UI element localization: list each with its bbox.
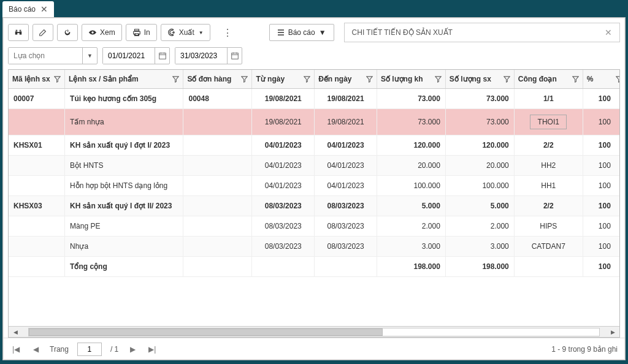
table-row[interactable]: Bột HNTS04/01/202304/01/202320.00020.000… — [9, 156, 619, 176]
cell-kh: 3.000 — [377, 237, 445, 257]
cell-tu: 19/08/2021 — [252, 109, 315, 135]
calendar-icon[interactable] — [155, 48, 169, 64]
cell-cd: HH2 — [514, 156, 583, 176]
cell-tu: 08/03/2023 — [252, 196, 315, 216]
cell-sx: 73.000 — [445, 89, 514, 109]
filter-icon[interactable] — [172, 76, 179, 83]
pager-page-input[interactable] — [77, 343, 102, 356]
filter-icon[interactable] — [366, 76, 373, 83]
cell-ma: KHSX01 — [9, 135, 65, 156]
table-row[interactable]: Nhựa08/03/202308/03/20233.0003.000CATDAN… — [9, 237, 619, 257]
filter-icon[interactable] — [241, 76, 248, 83]
table-row[interactable]: Hỗn hợp bột HNTS dạng lỏng04/01/202304/0… — [9, 176, 619, 196]
congdoan-value[interactable]: THOI1 — [530, 115, 567, 129]
cell-sx: 120.000 — [445, 135, 514, 156]
cell-den: 08/03/2023 — [315, 216, 377, 237]
refresh-icon — [63, 28, 72, 37]
filter-select-input[interactable] — [9, 48, 82, 64]
cell-cd: THOI1 — [514, 109, 583, 135]
cell-ma — [9, 257, 65, 277]
cell-den: 04/01/2023 — [315, 156, 377, 176]
column-header[interactable]: Số lượng kh — [377, 70, 445, 89]
cell-sx: 198.000 — [445, 257, 514, 277]
cell-pct: 100 — [583, 176, 619, 196]
binoculars-button[interactable] — [8, 24, 29, 41]
edit-button[interactable] — [33, 24, 53, 41]
cell-den: 04/01/2023 — [315, 176, 377, 196]
print-button[interactable]: In — [126, 24, 157, 41]
column-header[interactable]: Từ ngày — [252, 70, 315, 89]
tab-label: Báo cáo — [9, 5, 36, 13]
cell-don — [183, 156, 252, 176]
horizontal-scrollbar[interactable]: ◀ ▶ — [9, 326, 619, 337]
view-button[interactable]: Xem — [82, 24, 122, 41]
scroll-left-icon[interactable]: ◀ — [11, 328, 20, 336]
pager-first[interactable]: |◀ — [10, 345, 21, 354]
data-table: Mã lệnh sxLệnh sx / Sản phẩmSố đơn hàngT… — [9, 70, 619, 277]
cell-tu: 08/03/2023 — [252, 237, 315, 257]
pager-total: / 1 — [110, 345, 118, 354]
report-dropdown[interactable]: Báo cáo ▼ — [269, 24, 334, 41]
cell-don — [183, 216, 252, 237]
table-row[interactable]: KHSX03KH sản xuất quý I đợt II/ 202308/0… — [9, 196, 619, 216]
cell-ten: Tấm nhựa — [65, 109, 183, 135]
date-from[interactable] — [102, 47, 170, 64]
close-report-icon[interactable]: ✕ — [605, 28, 612, 37]
column-header[interactable]: Công đoạn — [514, 70, 583, 89]
table-row[interactable]: Màng PE08/03/202308/03/20232.0002.000HIP… — [9, 216, 619, 237]
cell-don — [183, 237, 252, 257]
cell-don: 00048 — [183, 89, 252, 109]
hamburger-icon — [277, 29, 285, 36]
filter-icon[interactable] — [54, 76, 61, 83]
cell-ma — [9, 176, 65, 196]
pager-summary: 1 - 9 trong 9 bản ghi — [551, 345, 618, 354]
cell-kh: 198.000 — [377, 257, 445, 277]
cell-pct: 100 — [583, 156, 619, 176]
svg-rect-0 — [159, 53, 166, 59]
column-header[interactable]: % — [583, 70, 619, 89]
cell-ten: Tổng cộng — [65, 257, 183, 277]
print-icon — [132, 28, 141, 37]
filter-icon[interactable] — [504, 76, 510, 83]
pager-prev[interactable]: ◀ — [30, 345, 41, 354]
table-row[interactable]: KHSX01KH sản xuất quý I đợt I/ 202304/01… — [9, 135, 619, 156]
cell-don — [183, 196, 252, 216]
column-header[interactable]: Đến ngày — [315, 70, 377, 89]
filter-select[interactable]: ▼ — [8, 47, 98, 64]
cell-sx: 100.000 — [445, 176, 514, 196]
cell-kh: 73.000 — [377, 89, 445, 109]
date-to[interactable] — [175, 47, 242, 64]
cell-den: 19/08/2021 — [315, 109, 377, 135]
pager-last[interactable]: ▶| — [147, 345, 158, 354]
cell-kh: 73.000 — [377, 109, 445, 135]
filter-icon[interactable] — [572, 76, 579, 83]
dropdown-toggle[interactable]: ▼ — [82, 48, 97, 64]
column-header[interactable]: Số lượng sx — [445, 70, 514, 89]
table-row[interactable]: Tấm nhựa19/08/202119/08/202173.00073.000… — [9, 109, 619, 135]
pager-next[interactable]: ▶ — [127, 345, 138, 354]
table-row[interactable]: Tổng cộng198.000198.000100 — [9, 257, 619, 277]
cell-cd — [514, 257, 583, 277]
date-to-input[interactable] — [175, 48, 227, 64]
export-button[interactable]: Xuất ▼ — [161, 24, 210, 41]
scroll-thumb[interactable] — [29, 328, 383, 336]
filter-icon[interactable] — [435, 76, 442, 83]
binoculars-icon — [14, 28, 23, 37]
table-row[interactable]: 00007Túi kẹo hương cốm 305g0004819/08/20… — [9, 89, 619, 109]
export-icon — [167, 28, 176, 37]
date-from-input[interactable] — [103, 48, 155, 64]
more-menu[interactable]: ⋮ — [216, 25, 239, 41]
calendar-icon[interactable] — [227, 48, 242, 64]
column-header[interactable]: Mã lệnh sx — [9, 70, 65, 89]
cell-ten: Hỗn hợp bột HNTS dạng lỏng — [65, 176, 183, 196]
scroll-right-icon[interactable]: ▶ — [608, 328, 617, 336]
pencil-icon — [39, 28, 47, 37]
filter-icon[interactable] — [304, 76, 310, 83]
close-tab-icon[interactable]: ✕ — [40, 5, 48, 13]
refresh-button[interactable] — [57, 24, 78, 41]
filter-icon[interactable] — [616, 76, 619, 83]
column-header[interactable]: Số đơn hàng — [183, 70, 252, 89]
column-header[interactable]: Lệnh sx / Sản phẩm — [65, 70, 183, 89]
cell-don — [183, 257, 252, 277]
app-tab[interactable]: Báo cáo ✕ — [2, 1, 54, 17]
